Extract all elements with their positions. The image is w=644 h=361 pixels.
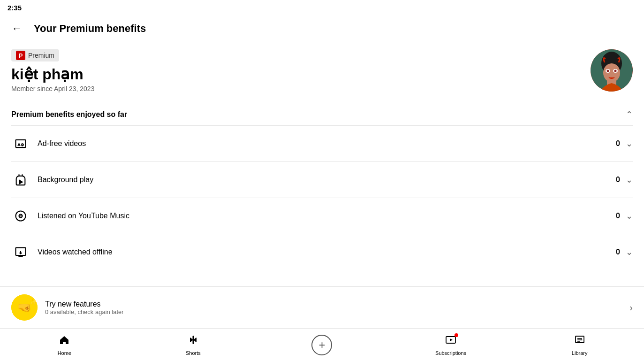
premium-badge-p: P [16, 51, 25, 60]
nav-shorts[interactable]: Shorts [129, 331, 258, 359]
background-play-icon [11, 170, 30, 189]
profile-section: P Premium kiệt phạm Member since April 2… [0, 46, 644, 104]
try-features-subtitle: 0 available, check again later [45, 308, 629, 315]
benefit-name-bg-play: Background play [38, 176, 616, 184]
member-since: Member since April 23, 2023 [11, 85, 94, 92]
benefit-name-offline: Videos watched offline [38, 248, 616, 256]
svg-text:✨: ✨ [30, 298, 37, 305]
nav-subscriptions-label: Subscriptions [435, 350, 466, 356]
premium-badge-label: Premium [28, 52, 54, 59]
svg-marker-21 [581, 339, 583, 340]
back-arrow-icon: ← [12, 23, 22, 35]
nav-home[interactable]: Home [0, 331, 129, 359]
user-name: kiệt phạm [11, 65, 94, 83]
svg-point-2 [603, 63, 620, 82]
nav-create[interactable]: + [258, 332, 386, 358]
ad-free-icon [11, 134, 30, 153]
benefit-row-offline[interactable]: Videos watched offline 0 ⌄ [11, 234, 633, 270]
create-icon: + [318, 339, 325, 351]
notification-dot [455, 333, 458, 337]
back-button[interactable]: ← [8, 19, 26, 38]
bottom-nav: Home Shorts + Subscriptions [0, 328, 644, 361]
svg-text:🤜: 🤜 [17, 300, 31, 314]
chevron-down-ad-free: ⌄ [626, 138, 633, 149]
benefit-count-bg-play: 0 [616, 176, 620, 184]
benefit-count-ad-free: 0 [616, 139, 620, 148]
chevron-down-yt-music: ⌄ [626, 211, 633, 221]
benefits-section: Premium benefits enjoyed so far ⌃ Ad-fre… [0, 104, 644, 270]
nav-home-label: Home [58, 350, 71, 356]
premium-badge: P Premium [11, 49, 59, 61]
svg-point-6 [614, 70, 617, 72]
nav-subscriptions[interactable]: Subscriptions [386, 331, 515, 359]
status-bar: 2:35 [0, 0, 644, 15]
collapse-icon: ⌃ [626, 109, 633, 120]
try-features-row[interactable]: 🤜 ✨ Try new features 0 available, check … [0, 286, 644, 328]
avatar [591, 49, 633, 92]
try-features-text: Try new features 0 available, check agai… [45, 300, 629, 315]
nav-shorts-label: Shorts [186, 350, 201, 356]
home-icon [59, 334, 70, 348]
benefit-row-ad-free[interactable]: Ad-free videos 0 ⌄ [11, 125, 633, 161]
offline-icon [11, 243, 30, 261]
library-icon [574, 334, 585, 348]
chevron-down-offline: ⌄ [626, 247, 633, 257]
try-features-title: Try new features [45, 300, 629, 308]
benefit-row-yt-music[interactable]: Listened on YouTube Music 0 ⌄ [11, 198, 633, 234]
benefit-count-offline: 0 [616, 248, 620, 256]
benefit-count-yt-music: 0 [616, 212, 620, 220]
benefits-header[interactable]: Premium benefits enjoyed so far ⌃ [11, 104, 633, 125]
try-features-icon: 🤜 ✨ [11, 294, 38, 321]
profile-info: P Premium kiệt phạm Member since April 2… [11, 49, 94, 92]
chevron-right-icon: › [629, 302, 633, 313]
header: ← Your Premium benefits [0, 15, 644, 46]
nav-library-label: Library [572, 350, 588, 356]
svg-point-4 [607, 70, 609, 72]
benefits-title: Premium benefits enjoyed so far [11, 110, 127, 119]
chevron-down-bg-play: ⌄ [626, 175, 633, 185]
svg-rect-20 [576, 336, 584, 343]
status-time: 2:35 [8, 4, 22, 12]
page-title: Your Premium benefits [34, 23, 146, 35]
nav-library[interactable]: Library [515, 331, 644, 359]
benefit-name-yt-music: Listened on YouTube Music [38, 212, 616, 220]
create-button[interactable]: + [311, 335, 332, 355]
shorts-icon [188, 334, 199, 348]
youtube-music-icon [11, 207, 30, 225]
benefit-name-ad-free: Ad-free videos [38, 139, 616, 148]
svg-rect-8 [16, 140, 26, 147]
benefit-row-bg-play[interactable]: Background play 0 ⌄ [11, 161, 633, 198]
